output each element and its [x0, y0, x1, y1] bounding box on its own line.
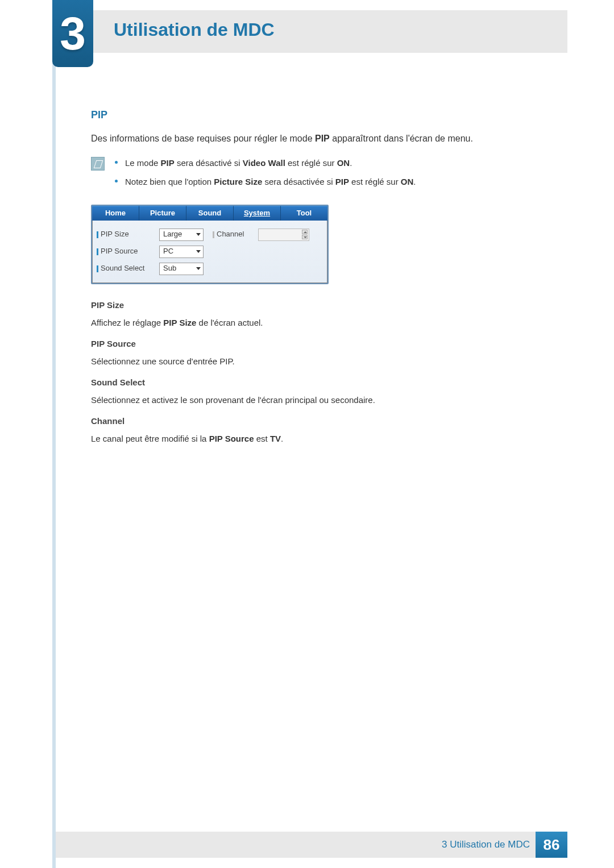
- chapter-title: Utilisation de MDC: [114, 19, 275, 40]
- label-pip-source: PIP Source: [97, 246, 159, 256]
- intro-text-pre: Des informations de base requises pour r…: [91, 134, 315, 143]
- footer-text: 3 Utilisation de MDC: [442, 839, 530, 850]
- chevron-down-icon[interactable]: [302, 235, 308, 239]
- chevron-up-icon[interactable]: [302, 230, 308, 234]
- note-item-1: Le mode PIP sera désactivé si Video Wall…: [115, 157, 529, 169]
- page-number-badge: 86: [536, 832, 567, 858]
- label-sound-select: Sound Select: [97, 263, 159, 273]
- dropdown-pip-source[interactable]: PC: [159, 246, 204, 258]
- note-list: Le mode PIP sera désactivé si Video Wall…: [115, 157, 529, 194]
- intro-bold: PIP: [315, 134, 330, 143]
- section-heading: PIP: [91, 108, 529, 122]
- desc-sound-select: Sélectionnez et activez le son provenant…: [91, 394, 529, 406]
- settings-panel: Home Picture Sound System Tool PIP Size …: [91, 205, 329, 284]
- panel-body: PIP Size Large Channel PIP Source PC Sou…: [92, 221, 327, 283]
- label-channel: Channel: [213, 229, 258, 239]
- row-pip-source: PIP Source PC: [97, 243, 323, 260]
- chevron-down-icon: [196, 250, 201, 253]
- note-block: Le mode PIP sera désactivé si Video Wall…: [91, 157, 529, 194]
- note-icon: [91, 157, 105, 171]
- tab-strip: Home Picture Sound System Tool: [92, 206, 327, 221]
- note-item-2: Notez bien que l'option Picture Size ser…: [115, 176, 529, 188]
- chevron-down-icon: [196, 233, 201, 236]
- label-pip-size: PIP Size: [97, 229, 159, 239]
- tab-sound[interactable]: Sound: [186, 206, 234, 221]
- chevron-down-icon: [196, 267, 201, 270]
- dropdown-sound-select[interactable]: Sub: [159, 263, 204, 275]
- intro-text-post: apparaîtront dans l'écran de menu.: [330, 134, 473, 143]
- intro-paragraph: Des informations de base requises pour r…: [91, 132, 529, 145]
- left-accent-stripe: [52, 0, 56, 868]
- chapter-number: 3: [60, 10, 86, 57]
- tab-picture[interactable]: Picture: [139, 206, 186, 221]
- spinner-buttons[interactable]: [302, 230, 308, 239]
- footer-bar: 3 Utilisation de MDC 86: [56, 832, 567, 858]
- dropdown-pip-size[interactable]: Large: [159, 229, 204, 241]
- tab-tool[interactable]: Tool: [281, 206, 327, 221]
- tab-system[interactable]: System: [234, 206, 281, 221]
- heading-pip-size: PIP Size: [91, 299, 529, 311]
- spinner-channel[interactable]: [258, 229, 309, 241]
- desc-channel: Le canal peut être modifié si la PIP Sou…: [91, 433, 529, 445]
- row-sound-select: Sound Select Sub: [97, 260, 323, 277]
- tab-home[interactable]: Home: [92, 206, 139, 221]
- chapter-badge: 3: [52, 0, 93, 67]
- desc-pip-size: Affichez le réglage PIP Size de l'écran …: [91, 317, 529, 329]
- heading-pip-source: PIP Source: [91, 338, 529, 350]
- content-area: PIP Des informations de base requises po…: [91, 108, 529, 448]
- heading-sound-select: Sound Select: [91, 376, 529, 388]
- desc-pip-source: Sélectionnez une source d'entrée PIP.: [91, 355, 529, 367]
- row-pip-size: PIP Size Large Channel: [97, 226, 323, 243]
- heading-channel: Channel: [91, 415, 529, 427]
